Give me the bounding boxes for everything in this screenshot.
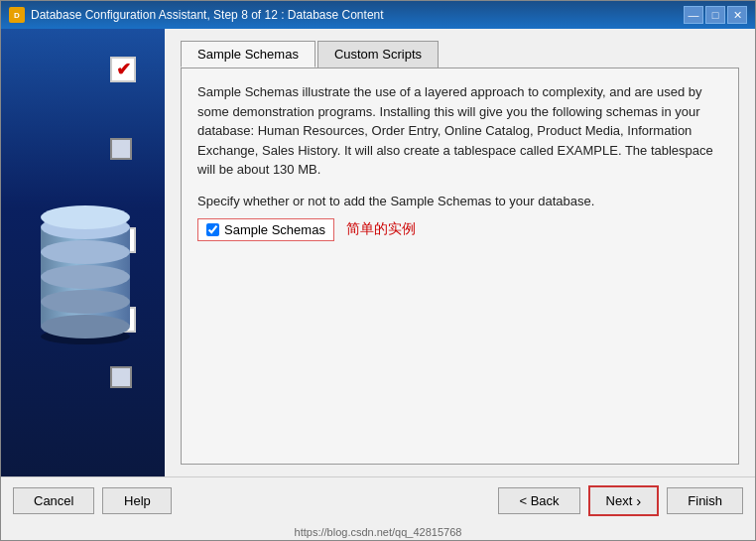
title-bar: D Database Configuration Assistant, Step… [1, 1, 755, 29]
tab-sample-schemas[interactable]: Sample Schemas [181, 41, 315, 68]
cancel-button[interactable]: Cancel [13, 487, 94, 514]
svg-text:D: D [14, 11, 20, 20]
step-icon-2 [110, 138, 132, 160]
help-button[interactable]: Help [102, 487, 172, 514]
footer-left: Cancel Help [13, 487, 172, 514]
svg-point-8 [41, 315, 130, 338]
footer: Cancel Help < Back Next › Finish [1, 476, 755, 524]
description-text: Sample Schemas illustrate the use of a l… [197, 82, 722, 180]
sample-schemas-container: Sample Schemas [197, 218, 334, 241]
app-icon: D [9, 7, 25, 23]
chinese-note: 简单的实例 [346, 220, 416, 238]
step-icon-1 [110, 57, 136, 82]
sample-schemas-checkbox[interactable] [206, 223, 219, 236]
checkbox-row: Sample Schemas 简单的实例 [197, 218, 722, 241]
url-bar: https://blog.csdn.net/qq_42815768 [1, 524, 755, 540]
tabs-container: Sample Schemas Custom Scripts [181, 41, 739, 68]
svg-point-6 [41, 265, 130, 289]
database-icon [31, 188, 140, 349]
window-controls: — □ ✕ [684, 6, 747, 24]
main-window: D Database Configuration Assistant, Step… [0, 0, 756, 541]
next-label: Next [606, 493, 633, 508]
svg-point-5 [41, 240, 130, 264]
right-panel: Sample Schemas Custom Scripts Sample Sch… [165, 29, 755, 476]
next-arrow-icon: › [636, 492, 641, 509]
sample-schemas-label[interactable]: Sample Schemas [224, 222, 325, 237]
svg-point-7 [41, 290, 130, 314]
maximize-button[interactable]: □ [705, 6, 725, 24]
back-button[interactable]: < Back [498, 487, 579, 514]
window-title: Database Configuration Assistant, Step 8… [31, 8, 684, 22]
finish-button[interactable]: Finish [667, 487, 743, 514]
specify-label: Specify whether or not to add the Sample… [197, 194, 722, 208]
close-button[interactable]: ✕ [727, 6, 747, 24]
step-icon-5 [110, 366, 132, 388]
tab-custom-scripts[interactable]: Custom Scripts [317, 41, 439, 68]
content-area: Sample Schemas Custom Scripts Sample Sch… [1, 29, 755, 476]
tab-content: Sample Schemas illustrate the use of a l… [181, 68, 739, 465]
next-button[interactable]: Next › [588, 485, 660, 516]
footer-right: < Back Next › Finish [498, 485, 743, 516]
left-panel [1, 29, 165, 476]
svg-point-9 [41, 205, 130, 229]
minimize-button[interactable]: — [684, 6, 703, 24]
